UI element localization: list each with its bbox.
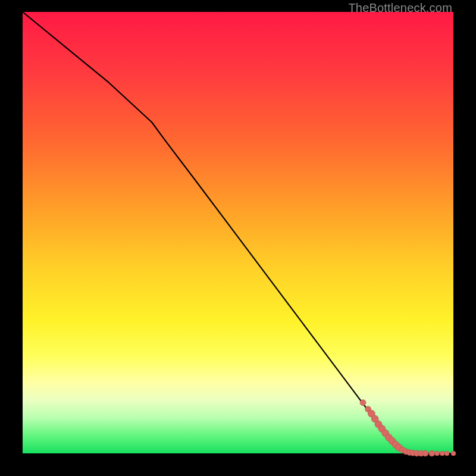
scatter-dot [435,451,440,456]
scatter-dot [360,400,366,406]
scatter-dot [444,451,449,456]
curve-line [23,12,453,453]
scatter-dot [440,451,444,456]
chart-stage: TheBottleneck.com [0,0,476,476]
chart-overlay [23,12,453,453]
scatter-dot [429,450,435,456]
plot-area [23,12,453,453]
scatter-dots [360,400,456,456]
scatter-dot [451,451,456,456]
scatter-dot [422,450,428,456]
